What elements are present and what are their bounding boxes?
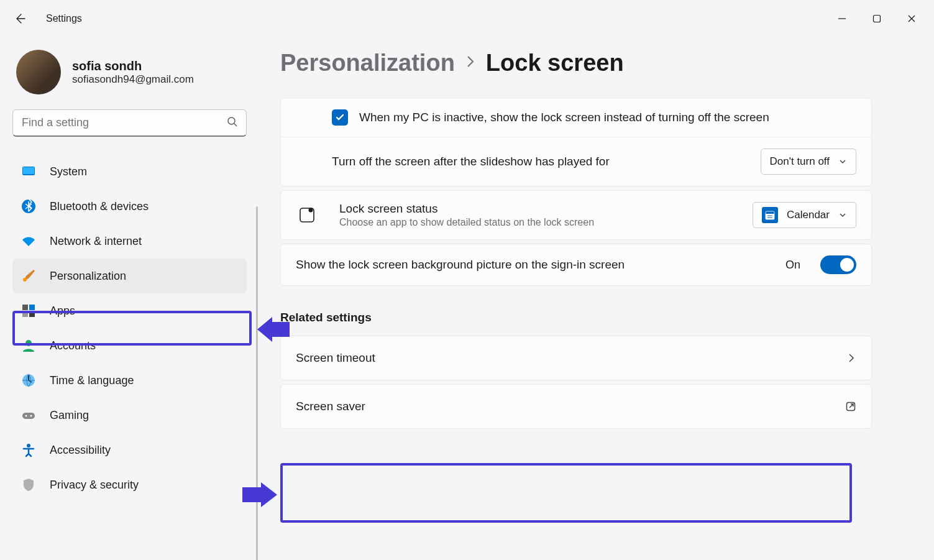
svg-rect-21	[766, 211, 774, 214]
chevron-down-icon	[838, 211, 847, 219]
setting-lockscreen-status: Lock screen status Choose an app to show…	[281, 191, 871, 239]
search-input[interactable]	[12, 109, 247, 137]
turnoff-dropdown[interactable]: Don't turn off	[761, 149, 857, 175]
sidebar-item-label: Network & internet	[50, 235, 142, 248]
accessibility-icon	[21, 443, 36, 457]
sidebar-item-time[interactable]: Time & language	[12, 363, 247, 398]
bluetooth-icon	[21, 199, 36, 214]
setting-label: Turn off the screen after the slideshow …	[332, 155, 749, 168]
related-settings-heading: Related settings	[280, 311, 872, 324]
shield-icon	[21, 477, 36, 492]
sidebar-item-label: System	[50, 165, 87, 178]
checkbox-checked-icon[interactable]	[332, 109, 348, 126]
sidebar-item-label: Apps	[50, 305, 75, 318]
close-button[interactable]	[897, 6, 927, 31]
status-app-icon	[296, 204, 318, 226]
breadcrumb: Personalization Lock screen	[280, 50, 872, 76]
svg-rect-1	[874, 16, 881, 22]
dropdown-value: Calendar	[787, 209, 830, 221]
setting-title: Lock screen status	[339, 202, 741, 216]
chevron-right-icon	[466, 55, 475, 72]
svg-point-16	[30, 415, 32, 417]
sidebar-item-label: Bluetooth & devices	[50, 200, 149, 213]
sidebar-item-label: Personalization	[50, 270, 126, 283]
chevron-right-icon	[846, 353, 856, 363]
svg-point-19	[309, 208, 313, 213]
sidebar-item-system[interactable]: System	[12, 154, 247, 189]
setting-label: Show the lock screen background picture …	[296, 258, 774, 272]
svg-rect-8	[22, 305, 28, 310]
avatar	[16, 50, 61, 94]
sidebar-item-label: Privacy & security	[50, 479, 139, 492]
link-label: Screen saver	[296, 400, 365, 413]
sidebar-item-bluetooth[interactable]: Bluetooth & devices	[12, 189, 247, 224]
close-icon	[907, 14, 916, 23]
svg-rect-11	[29, 311, 35, 317]
gamepad-icon	[21, 408, 36, 423]
svg-point-7	[23, 278, 27, 282]
profile-email: sofiasondh94@gmail.com	[72, 73, 194, 86]
svg-point-2	[228, 117, 235, 124]
apps-icon	[21, 303, 36, 318]
paintbrush-icon	[21, 269, 36, 283]
breadcrumb-parent[interactable]: Personalization	[280, 50, 455, 76]
person-icon	[21, 338, 36, 353]
setting-inactive-lockscreen[interactable]: When my PC is inactive, show the lock sc…	[281, 98, 871, 137]
monitor-icon	[21, 164, 36, 179]
svg-rect-14	[22, 413, 35, 419]
sidebar-scrollbar[interactable]	[256, 206, 258, 560]
svg-line-3	[234, 124, 237, 126]
app-title: Settings	[46, 13, 82, 24]
related-screen-timeout[interactable]: Screen timeout	[280, 336, 872, 380]
svg-rect-5	[23, 167, 34, 174]
signin-bg-toggle[interactable]	[820, 255, 856, 274]
svg-point-12	[25, 340, 32, 346]
back-arrow-icon	[14, 12, 26, 25]
svg-rect-10	[22, 311, 28, 317]
sidebar-item-apps[interactable]: Apps	[12, 293, 247, 328]
svg-rect-9	[29, 305, 35, 310]
toggle-knob-icon	[840, 258, 854, 272]
sidebar-item-network[interactable]: Network & internet	[12, 224, 247, 259]
link-label: Screen timeout	[296, 351, 375, 365]
svg-point-15	[25, 415, 27, 417]
minimize-button[interactable]	[827, 6, 857, 31]
back-button[interactable]	[7, 6, 32, 31]
wifi-icon	[21, 234, 36, 249]
breadcrumb-current: Lock screen	[486, 50, 624, 76]
setting-signin-background: Show the lock screen background picture …	[281, 244, 871, 285]
sidebar-item-accounts[interactable]: Accounts	[12, 328, 247, 363]
related-screen-saver[interactable]: Screen saver	[280, 384, 872, 429]
sidebar-item-personalization[interactable]: Personalization	[12, 259, 247, 293]
chevron-down-icon	[838, 157, 847, 166]
minimize-icon	[838, 14, 846, 23]
sidebar-item-label: Gaming	[50, 409, 89, 422]
maximize-icon	[872, 14, 881, 23]
dropdown-value: Don't turn off	[770, 155, 830, 168]
profile-name: sofia sondh	[72, 59, 194, 73]
profile-block[interactable]: sofia sondh sofiasondh94@gmail.com	[12, 48, 247, 109]
setting-turnoff-after: Turn off the screen after the slideshow …	[281, 137, 871, 186]
calendar-icon	[762, 207, 778, 223]
search-icon	[227, 116, 238, 130]
clock-globe-icon	[21, 373, 36, 388]
sidebar-item-label: Time & language	[50, 374, 134, 387]
setting-subtitle: Choose an app to show detailed status on…	[339, 217, 741, 228]
toggle-state-label: On	[785, 259, 800, 272]
external-link-icon	[845, 401, 856, 412]
sidebar-item-accessibility[interactable]: Accessibility	[12, 433, 247, 467]
maximize-button[interactable]	[862, 6, 892, 31]
sidebar-item-gaming[interactable]: Gaming	[12, 398, 247, 433]
svg-point-17	[27, 444, 30, 448]
status-app-dropdown[interactable]: Calendar	[753, 202, 856, 228]
sidebar-item-label: Accessibility	[50, 444, 111, 457]
sidebar-item-privacy[interactable]: Privacy & security	[12, 467, 247, 502]
sidebar-item-label: Accounts	[50, 339, 96, 352]
setting-label: When my PC is inactive, show the lock sc…	[359, 111, 856, 124]
